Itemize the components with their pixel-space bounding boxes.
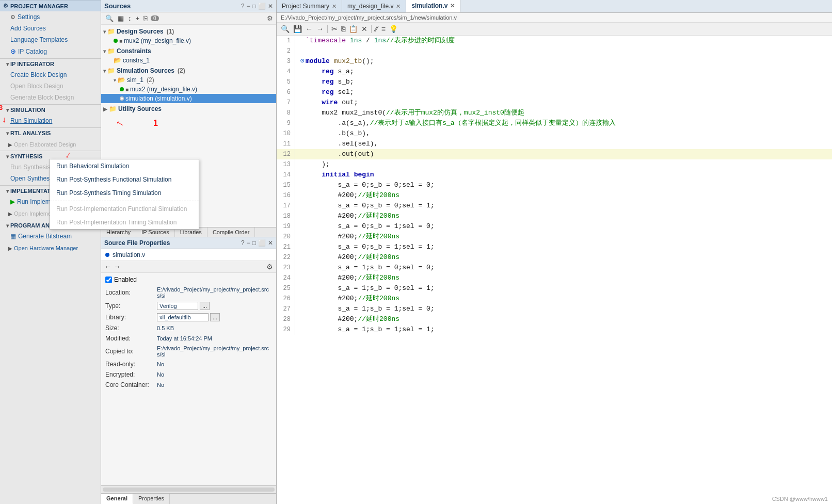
prop-library-field[interactable] [157, 313, 209, 321]
utility-sources-header[interactable]: ▶ 📁 Utility Sources [101, 104, 276, 113]
filter-icon[interactable]: ▦ [117, 14, 125, 23]
code-line-22: 22 #200;//延时200ns [277, 252, 832, 263]
dot-blue-sim [120, 96, 124, 101]
editor-search-icon[interactable]: 🔍 [280, 24, 291, 34]
code-line-5: 5 reg s_b; [277, 77, 832, 87]
prop-gear-icon[interactable]: ⚙ [266, 263, 273, 271]
chevron-utility: ▶ [103, 106, 107, 112]
design-sources-header[interactable]: ▾ 📁 Design Sources (1) [101, 27, 276, 36]
prop-modified-row: Modified: Today at 16:54:24 PM [105, 335, 272, 342]
synthesis-label: SYNTHESIS [10, 153, 42, 159]
tab-simulation-close[interactable]: ✕ [450, 3, 455, 9]
sources-gear-icon[interactable]: ⚙ [267, 14, 273, 22]
constrs-folder-icon: 📂 [114, 57, 121, 64]
sidebar-item-open-block-design: Open Block Design [0, 80, 101, 92]
prop-type-dots-btn[interactable]: ... [200, 302, 210, 310]
sidebar-item-add-sources[interactable]: Add Sources [0, 23, 101, 34]
sim-sources-header[interactable]: ▾ 📁 Simulation Sources (2) [101, 66, 276, 75]
collapse-icon[interactable]: ↕ [127, 14, 133, 23]
sidebar-item-run-simulation[interactable]: Run Simulation ↓ [0, 115, 101, 126]
constrs-1-item[interactable]: 📂 constrs_1 [101, 56, 276, 65]
prop-encrypted-row: Encrypted: No [105, 371, 272, 378]
code-line-15: 15 s_a = 0;s_b = 0;sel = 0; [277, 180, 832, 190]
design-mux2-item[interactable]: ■ mux2 (my_design_file.v) [101, 36, 276, 45]
chevron-sim-1: ▾ [114, 77, 116, 83]
code-line-26: 26 #200;//延时200ns [277, 294, 832, 304]
chevron-rtl: ▾ [6, 131, 9, 136]
prop-location-label: Location: [105, 289, 157, 296]
sidebar-item-create-block-design[interactable]: Create Block Design [0, 69, 101, 80]
sidebar-open-hw[interactable]: ▶ Open Hardware Manager [0, 243, 101, 253]
search-icon[interactable]: 🔍 [104, 14, 115, 23]
sidebar-item-language-templates[interactable]: Language Templates [0, 34, 101, 45]
prop-question-icon[interactable]: ? [241, 239, 245, 247]
prop-scrollbar[interactable] [101, 485, 276, 493]
editor-paste-icon[interactable]: 📋 [348, 24, 359, 34]
ip-integrator-header: ▾ IP INTEGRATOR [0, 58, 101, 69]
restore-icon[interactable]: □ [252, 3, 256, 10]
editor-cut-icon[interactable]: ✂ [330, 24, 339, 34]
prop-minimize-icon[interactable]: − [247, 239, 250, 247]
editor-copy-icon[interactable]: ⎘ [340, 24, 346, 34]
prop-core-container-label: Core Container: [105, 381, 157, 388]
tab-project-summary[interactable]: Project Summary ✕ [277, 0, 342, 12]
rtl-analysis-label: RTL ANALYSIS [10, 130, 51, 136]
sources-toolbar: 🔍 ▦ ↕ + ⎘ 0 ⚙ [101, 12, 276, 25]
tab-project-summary-close[interactable]: ✕ [332, 3, 337, 10]
design-sources-group: ▾ 📁 Design Sources (1) ■ mux2 (my_design… [101, 27, 276, 45]
prop-core-container-row: Core Container: No [105, 381, 272, 388]
sidebar-item-gen-bitstream[interactable]: ▦ Generate Bitstream [0, 231, 101, 242]
tab-compile[interactable]: Compile Order [207, 227, 255, 237]
prop-back-icon[interactable]: ← [104, 263, 111, 271]
code-line-6: 6 reg sel; [277, 87, 832, 97]
folder-sim-icon: 📁 [107, 67, 115, 74]
code-editor[interactable]: 1 `timescale 1ns / 1ns//表示步进的时间刻度 2 3 ⊙ … [277, 36, 832, 504]
prop-tab-properties[interactable]: Properties [133, 494, 170, 504]
prop-tab-general[interactable]: General [101, 494, 133, 504]
prop-library-dots-btn[interactable]: ... [210, 313, 220, 321]
sim-sources-count: (2) [178, 67, 185, 74]
code-line-13: 13 ); [277, 159, 832, 170]
sidebar-item-ip-catalog[interactable]: ⊕ IP Catalog [0, 45, 101, 57]
question-icon[interactable]: ? [241, 3, 245, 10]
sidebar-open-elab[interactable]: ▶ Open Elaborated Design [0, 139, 101, 150]
copy-icon[interactable]: ⎘ [142, 14, 149, 23]
sidebar: ⚙ PROJECT MANAGER ⚙ Settings Add Sources… [0, 0, 101, 504]
editor-delete-icon[interactable]: ✕ [360, 24, 369, 34]
prop-restore-icon[interactable]: □ [252, 239, 256, 247]
editor-format-icon[interactable]: ≡ [380, 24, 387, 34]
editor-bulb-icon[interactable]: 💡 [388, 24, 399, 34]
sim-1-count: (2) [147, 76, 154, 84]
prop-type-field[interactable] [157, 302, 198, 310]
tab-design-file-close[interactable]: ✕ [396, 3, 401, 10]
dropdown-run-post-synth-timing[interactable]: Run Post-Synthesis Timing Simulation [50, 186, 199, 200]
sources-panel-title: Sources [104, 2, 131, 10]
ip-integrator-label: IP INTEGRATOR [10, 61, 54, 67]
tab-simulation[interactable]: simulation.v ✕ [406, 0, 460, 12]
dropdown-run-post-synth-func[interactable]: Run Post-Synthesis Functional Simulation [50, 173, 199, 186]
sidebar-item-settings[interactable]: ⚙ Settings [0, 11, 101, 23]
sim-simulation-item[interactable]: simulation (simulation.v) [101, 94, 276, 103]
constraints-header[interactable]: ▾ 📁 Constraints [101, 46, 276, 56]
editor-save-icon[interactable]: 💾 [292, 24, 303, 34]
prop-maximize-icon[interactable]: ⬜ [258, 239, 266, 247]
gear-icon: ⚙ [3, 3, 8, 9]
minimize-icon[interactable]: − [247, 3, 250, 10]
editor-undo-icon[interactable]: ← [305, 24, 314, 34]
simulation-dropdown: Run Behavioral Simulation Run Post-Synth… [50, 159, 199, 230]
add-icon[interactable]: + [135, 14, 141, 23]
prop-forward-icon[interactable]: → [114, 263, 121, 271]
prop-close-icon[interactable]: ✕ [268, 239, 273, 247]
sim-1-item[interactable]: ▾ 📂 sim_1 (2) [101, 75, 276, 85]
sim-mux2-label: mux2 (my_design_file.v) [130, 86, 197, 93]
tab-design-file[interactable]: my_design_file.v ✕ [342, 0, 406, 12]
sim-mux2-item[interactable]: ■ mux2 (my_design_file.v) [101, 85, 276, 94]
maximize-icon[interactable]: ⬜ [258, 3, 266, 10]
prop-enabled-checkbox[interactable] [105, 277, 112, 283]
prop-type-row: Type: ... [105, 302, 272, 310]
editor-redo-icon[interactable]: → [315, 24, 325, 34]
close-icon[interactable]: ✕ [268, 3, 273, 10]
dropdown-run-behavioral[interactable]: Run Behavioral Simulation [50, 159, 199, 173]
editor-comment-icon[interactable]: ∕∕ [374, 24, 379, 34]
properties-header: Source File Properties ? − □ ⬜ ✕ [101, 237, 276, 249]
